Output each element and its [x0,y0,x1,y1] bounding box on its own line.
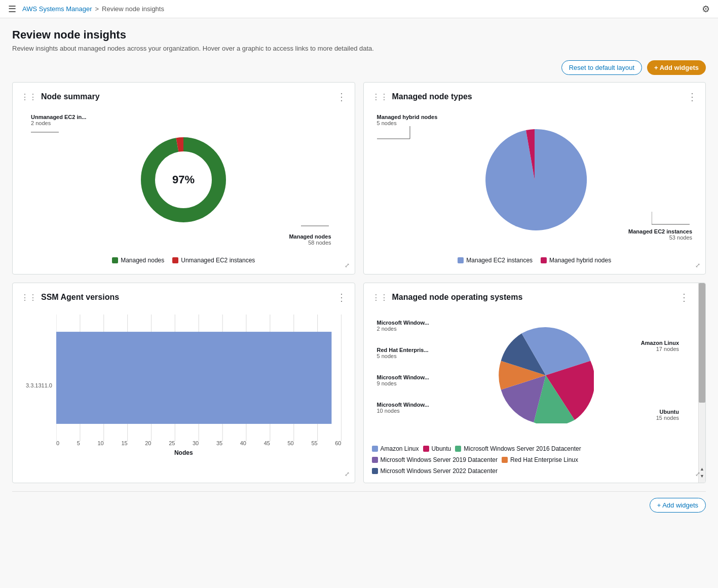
ssm-chart-svg [56,315,342,441]
managed-types-menu-icon[interactable]: ⋮ [687,91,697,103]
managed-os-drag-icon: ⋮⋮ [372,293,388,302]
hybrid-label: Managed hybrid nodes [377,114,438,120]
managed-types-expand-icon[interactable]: ⤢ [695,262,700,269]
managed-os-title: Managed node operating systems [392,293,675,302]
ssm-x-axis: 051015202530354045505560 [56,440,342,446]
legend-ec2: Managed EC2 instances [458,257,533,264]
legend-win2019-color [372,457,378,463]
page-toolbar: Reset to default layout + Add widgets [12,60,706,75]
bottom-toolbar: + Add widgets [12,491,706,519]
managed-os-menu-icon[interactable]: ⋮ [679,291,689,303]
os-callout-0-label: Microsoft Window... [377,320,429,326]
legend-rhel-color [502,457,508,463]
legend-win2022-label: Microsoft Windows Server 2022 Datacenter [381,467,498,475]
managed-os-header: ⋮⋮ Managed node operating systems ⋮ [372,291,690,303]
managed-node-types-widget: ⋮⋮ Managed node types ⋮ Managed hybrid n… [363,82,706,275]
legend-hybrid: Managed hybrid nodes [541,257,611,264]
legend-managed-label: Managed nodes [121,257,164,264]
scrollbar-track[interactable]: ▲ ▼ [698,283,705,483]
breadcrumb-app-link[interactable]: AWS Systems Manager [22,5,92,13]
managed-types-title: Managed node types [392,92,684,101]
donut-chart-svg: 97% [133,129,234,230]
add-widgets-button-bottom[interactable]: + Add widgets [650,498,706,513]
top-right: ⚙ [702,4,710,15]
ssm-agent-widget: ⋮⋮ SSM Agent versions ⋮ 3.3.1311.0 [12,283,355,483]
legend-amazon-label: Amazon Linux [381,445,419,452]
donut-center-text: 97% [172,173,195,186]
hybrid-count: 5 nodes [377,120,438,126]
amazon-linux-label: Amazon Linux [641,340,679,346]
managed-os-expand-icon[interactable]: ⤢ [695,471,700,478]
legend-unmanaged-color [172,257,178,263]
legend-win2016-label: Microsoft Windows Server 2016 Datacenter [464,445,581,452]
ssm-menu-icon[interactable]: ⋮ [336,291,347,303]
node-summary-drag-icon: ⋮⋮ [21,92,37,102]
legend-ubuntu-color [423,446,429,452]
os-callout-2-count: 9 nodes [377,380,429,386]
legend-rhel: Red Hat Enterprise Linux [502,456,578,463]
managed-os-widget: ▲ ▼ ⋮⋮ Managed node operating systems ⋮ … [363,283,706,483]
unmanaged-label: Unmanaged EC2 in... [31,114,86,120]
managed-label: Managed nodes [289,233,331,240]
os-pie-svg [498,327,594,423]
os-legend: Amazon Linux Ubuntu Microsoft Windows Se… [372,445,690,475]
legend-win2019-label: Microsoft Windows Server 2019 Datacenter [381,456,498,463]
legend-unmanaged: Unmanaged EC2 instances [172,257,255,264]
managed-count: 58 nodes [289,240,331,246]
breadcrumb-current: Review node insights [102,5,164,13]
legend-ubuntu-label: Ubuntu [432,445,451,452]
node-summary-header: ⋮⋮ Node summary ⋮ [21,91,347,103]
ssm-title: SSM Agent versions [41,293,332,302]
os-callout-2-label: Microsoft Window... [377,374,429,380]
ubuntu-label: Ubuntu [656,409,679,415]
os-callout-1-count: 5 nodes [377,353,429,359]
legend-rhel-label: Red Hat Enterprise Linux [510,456,578,463]
legend-unmanaged-label: Unmanaged EC2 instances [181,257,255,264]
node-summary-widget: ⋮⋮ Node summary ⋮ Unmanaged EC2 in... 2 … [12,82,355,275]
ssm-drag-icon: ⋮⋮ [21,293,37,302]
add-widgets-button-top[interactable]: + Add widgets [647,60,706,75]
os-callout-3-label: Microsoft Window... [377,402,429,408]
page-subtitle: Review insights about managed nodes acro… [12,45,706,52]
legend-amazon: Amazon Linux [372,445,419,452]
managed-types-legend: Managed EC2 instances Managed hybrid nod… [372,257,698,264]
settings-icon[interactable]: ⚙ [702,4,710,14]
ssm-x-title: Nodes [21,449,347,456]
legend-win2022-color [372,468,378,474]
ec2-label: Managed EC2 instances [628,228,692,234]
ec2-count: 53 nodes [628,234,692,241]
widgets-grid: ⋮⋮ Node summary ⋮ Unmanaged EC2 in... 2 … [12,82,706,483]
pie-chart-svg [479,124,590,236]
legend-ec2-label: Managed EC2 instances [466,257,533,264]
legend-win2016: Microsoft Windows Server 2016 Datacenter [455,445,581,452]
legend-win2016-color [455,446,461,452]
legend-win2022: Microsoft Windows Server 2022 Datacenter [372,467,498,475]
amazon-linux-count: 17 nodes [641,346,679,352]
breadcrumb-sep: > [95,5,99,13]
node-summary-menu-icon[interactable]: ⋮ [336,91,347,103]
reset-layout-button[interactable]: Reset to default layout [561,60,642,75]
node-summary-expand-icon[interactable]: ⤢ [345,262,350,269]
hamburger-icon[interactable]: ☰ [8,4,16,15]
legend-win2019: Microsoft Windows Server 2019 Datacenter [372,456,498,463]
breadcrumb: AWS Systems Manager > Review node insigh… [22,5,164,13]
ssm-y-label: 3.3.1311.0 [26,382,52,388]
legend-ubuntu: Ubuntu [423,445,451,452]
scrollbar-thumb[interactable] [699,283,705,403]
ssm-expand-icon[interactable]: ⤢ [345,471,350,478]
legend-hybrid-label: Managed hybrid nodes [549,257,611,264]
node-summary-title: Node summary [41,92,332,101]
main-content: Review node insights Review insights abo… [0,18,718,529]
ssm-bar [56,332,331,424]
legend-ec2-color [458,257,464,263]
ubuntu-count: 15 nodes [656,415,679,421]
unmanaged-count: 2 nodes [31,120,86,126]
os-callout-3-count: 10 nodes [377,408,429,414]
legend-amazon-color [372,446,378,452]
page-title: Review node insights [12,28,706,42]
legend-managed-color [112,257,118,263]
managed-types-drag-icon: ⋮⋮ [372,92,388,102]
top-bar: ☰ AWS Systems Manager > Review node insi… [0,0,718,18]
legend-hybrid-color [541,257,547,263]
os-callout-1-label: Red Hat Enterpris... [377,347,429,353]
